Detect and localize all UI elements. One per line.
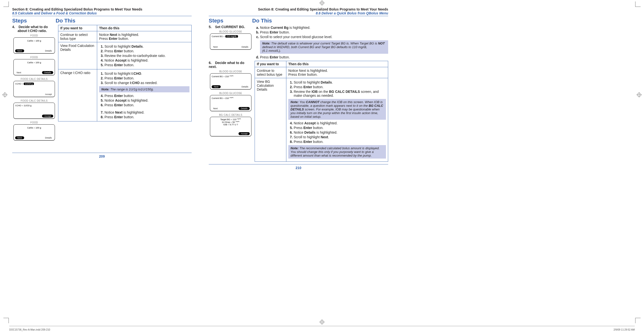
accept-button: Accept — [238, 132, 250, 135]
registration-mark-icon — [3, 93, 7, 97]
device-mock-foodcalc-2: FOOD CALC DETAILS I:CHO = 1U/15 g Accept — [14, 99, 55, 119]
registration-mark-icon — [320, 320, 324, 324]
registration-mark-icon — [320, 1, 324, 5]
step-number: 4. — [12, 25, 18, 29]
steps-column: 4. Decide what to do about I:CHO ratio. … — [12, 25, 58, 143]
table-cell: Continue to select bolus type — [58, 31, 97, 42]
slug-bar: DOC15736_Rev-A-Man.indd 209-210 2/9/09 1… — [9, 328, 635, 331]
page-number: 210 — [209, 164, 388, 170]
section-rule — [12, 16, 192, 16]
next-button: Next — [212, 85, 221, 88]
step-5: 5. Set CURRENT BG. BLOOD GLUCOSE Current… — [209, 25, 388, 60]
table-cell: View BG Calculation Details — [255, 78, 286, 162]
section-rule — [209, 16, 388, 16]
column-headers: Steps Do This — [12, 18, 192, 24]
table-cell: Continue to select bolus type — [255, 67, 286, 78]
device-mock-foodcalc-1: FOOD CALC DETAILS I:CHO = 1U/15 g Accept — [14, 78, 55, 97]
details-button: Details — [238, 107, 250, 110]
details-label: Details — [44, 49, 53, 52]
table-cell: Scroll to highlight Details. Press Enter… — [97, 42, 192, 69]
section-title: Section 8: Creating and Editing Speciali… — [12, 7, 192, 11]
device-mock-food-2: FOOD Carbs = 100 g Next Details — [14, 56, 55, 75]
print-spread: Section 8: Creating and Editing Speciali… — [0, 0, 644, 333]
device-mock-bg-3: BLOOD GLUCOSE Current BG = 210 mg/dL Nex… — [210, 92, 252, 111]
step-title: Decide what to do next. — [209, 61, 244, 69]
steps-heading: Steps — [12, 18, 56, 24]
table-cell: Scroll to highlight Details. Press Enter… — [286, 78, 388, 162]
step-6: 6. Decide what to do next. BLOOD GLUCOSE… — [209, 61, 388, 162]
section-title: Section 8: Creating and Editing Speciali… — [209, 7, 388, 11]
note-box: Note: The recommended calculated bolus a… — [288, 145, 386, 159]
substep-list: Notice Current Bg is highlighted. Press … — [254, 26, 388, 39]
th-thendothis: Then do this — [97, 25, 192, 31]
crop-mark-icon — [4, 318, 9, 323]
next-button: Next — [15, 49, 24, 52]
instruction-table: If you want to Then do this Continue to … — [58, 25, 192, 121]
accept-button: Accept — [42, 115, 53, 118]
device-mock-food-1: FOOD Carbs = 100 g Next Details — [14, 34, 55, 54]
step-title-line2: about I:CHO ratio. — [18, 29, 47, 33]
subsection-title: 8.5 Calculate and Deliver a Food & Corre… — [12, 11, 192, 15]
step-4: 4. Decide what to do about I:CHO ratio. … — [12, 25, 192, 143]
next-button: Next — [15, 136, 24, 139]
next-label: Next — [212, 46, 219, 48]
details-label: Details — [240, 46, 250, 48]
device-mock-bgcalc: BG CALC DETAILS Target BG = 110 mg/dL 1U… — [210, 114, 252, 136]
crop-mark-icon — [635, 2, 640, 7]
dothis-heading: Do This — [252, 18, 272, 24]
page-number: 209 — [12, 153, 192, 158]
table-cell: Notice Next is highlighted. Press Enter … — [97, 31, 192, 42]
dothis-column: If you want to Then do this Continue to … — [58, 25, 192, 143]
th-ifyouwantto: If you want to — [255, 61, 286, 67]
slug-timestamp: 2/9/09 11:29:52 AM — [614, 328, 635, 331]
device-mock-bg-2: BLOOD GLUCOSE Current BG = 210 mg/dL Nex… — [210, 70, 252, 89]
details-button: Details — [42, 71, 53, 74]
details-label: Details — [44, 136, 53, 139]
step-title: Decide what to do — [18, 25, 48, 29]
next-label: Next — [15, 71, 23, 74]
note-box: Note: You CANNOT change the IOB on this … — [288, 99, 386, 120]
table-cell: Scroll to highlight I:CHO. Press Enter b… — [97, 69, 192, 121]
subsection-title: 8.6 Deliver a Quick Bolus from QBolus Me… — [209, 11, 388, 15]
table-cell: Change I:CHO ratio — [58, 69, 97, 121]
step-title: Set CURRENT BG. — [215, 25, 245, 29]
registration-mark-icon — [637, 93, 641, 97]
details-label: Details — [240, 85, 250, 88]
next-label: Next — [212, 107, 219, 110]
slug-file: DOC15736_Rev-A-Man.indd 209-210 — [9, 328, 50, 331]
instruction-table: If you want to Then do this Continue to … — [254, 61, 388, 162]
note-box: Note: The range is 1U/1g to1U/150g. — [99, 86, 190, 92]
value-chip: 210 mg/dL — [225, 35, 238, 38]
page-right: Section 8: Creating and Editing Speciali… — [209, 7, 388, 170]
table-cell: View Food Calculation Details — [58, 42, 97, 69]
crop-mark-icon — [4, 2, 9, 7]
note-box: Note: The default value is whatever your… — [260, 40, 388, 54]
device-mock-food-3: FOOD Carbs = 100 g Next Details — [14, 121, 55, 141]
table-cell: Notice Next is highlighted. Press Enter … — [286, 67, 388, 78]
slug-rule — [9, 326, 635, 326]
accept-label: Accept — [44, 93, 53, 96]
th-thendothis: Then do this — [286, 61, 388, 67]
step-number: 5. — [209, 25, 214, 29]
th-ifyouwantto: If you want to — [58, 25, 97, 31]
device-mock-bg-1: BLOOD GLUCOSE Current BG = 210 mg/dL Nex… — [210, 30, 252, 50]
column-headers: Steps Do This — [209, 18, 388, 24]
value-chip: 1U/15 g — [24, 83, 34, 85]
substep-list: Press Enter button. — [254, 55, 388, 59]
dothis-heading: Do This — [56, 18, 76, 24]
steps-heading: Steps — [209, 18, 252, 24]
crop-mark-icon — [635, 318, 640, 323]
step-number: 6. — [209, 61, 214, 65]
page-left: Section 8: Creating and Editing Speciali… — [12, 7, 192, 170]
